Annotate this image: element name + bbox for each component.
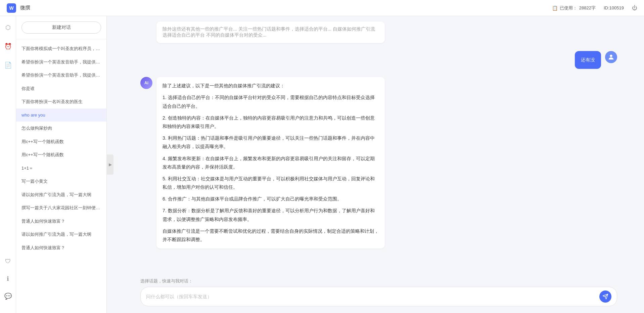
conversation-item-7[interactable]: 怎么做狗屎炒肉: [16, 122, 106, 135]
message-row-user: 还有没: [140, 51, 617, 69]
ai-message-paragraph: 3. 利用热门话题：热门话题和事件是吸引用户的重要途径，可以关注一些热门话题和事…: [163, 134, 379, 151]
conversation-item-5[interactable]: 下面你将扮演一名叫圣友的医生: [16, 95, 106, 108]
ai-message-paragraph: 7. 数据分析：数据分析是了解用户反馈和喜好的重要途径，可以分析用户行为和数据，…: [163, 207, 379, 223]
chat-area: 除外这些还有其他一些的推广平台... 关注一些热门话题和事件，选择适合的平台..…: [113, 16, 644, 313]
conversation-item-14[interactable]: 普通人如何快速致富？: [16, 215, 106, 228]
ai-message-paragraph: 2. 创造独特的内容：在自媒体平台上，独特的内容更容易吸引用户的注意力和共鸣，可…: [163, 114, 379, 131]
usage-count: 28822字: [579, 5, 596, 11]
sidebar-icon-clock[interactable]: ⏰: [2, 40, 14, 52]
conversation-item-15[interactable]: 请以如何推广引流为题，写一篇大纲: [16, 228, 106, 241]
svg-point-0: [610, 55, 612, 57]
ai-message-paragraph: 自媒体推广引流是一个需要不断尝试和优化的过程，需要结合自身的实际情况，制定合适的…: [163, 227, 379, 244]
user-avatar: [605, 51, 617, 63]
chat-input[interactable]: [146, 294, 596, 299]
ai-message-paragraph: 4. 频繁发布和更新：在自媒体平台上，频繁发布和更新的内容更容易吸引用户的关注和…: [163, 154, 379, 171]
conversation-item-10[interactable]: 1+1＝: [16, 162, 106, 175]
conversation-item-8[interactable]: 用c++写一个随机函数: [16, 135, 106, 148]
conversation-item-3[interactable]: 希望你扮演一个英语发音助手，我提供给你...: [16, 69, 106, 82]
icon-sidebar: ⬡ ⏰ 📄 🛡 ℹ 💬: [0, 16, 16, 313]
conversation-item-13[interactable]: 撰写一篇关于八大家花园社区一刻钟便民生...: [16, 201, 106, 215]
main-layout: ⬡ ⏰ 📄 🛡 ℹ 💬 新建对话 下面你将模拟成一个叫圣友的程序员，我说...希…: [0, 16, 644, 313]
conversation-item-9[interactable]: 用c++写一个随机函数: [16, 148, 106, 162]
icon-sidebar-bottom: 🛡 ℹ 💬: [2, 255, 14, 308]
ai-message-paragraph: 1. 选择适合自己的平台：不同的自媒体平台针对的受众不同，需要根据自己的内容特点…: [163, 93, 379, 110]
conversation-item-11[interactable]: 写一篇小黄文: [16, 175, 106, 188]
conversation-item-1[interactable]: 下面你将模拟成一个叫圣友的程序员，我说...: [16, 42, 106, 55]
sidebar-icon-home[interactable]: ⬡: [2, 21, 14, 34]
message-row-ai: Ai 除了上述建议，以下是一些其他的自媒体推广引流的建议：1. 选择适合自己的平…: [140, 77, 617, 249]
user-message-bubble: 还有没: [575, 51, 601, 69]
header-left: W 微撰: [7, 3, 30, 13]
usage-info: 📋 已使用： 28822字: [552, 5, 596, 11]
app-title: 微撰: [20, 5, 30, 11]
conv-sidebar-header: 新建对话: [16, 16, 106, 39]
sidebar-icon-shield[interactable]: 🛡: [2, 255, 14, 267]
ai-avatar: Ai: [140, 77, 152, 89]
sidebar-icon-chat[interactable]: 💬: [2, 290, 14, 302]
ai-message-paragraph: 除了上述建议，以下是一些其他的自媒体推广引流的建议：: [163, 82, 379, 90]
header: W 微撰 📋 已使用： 28822字 ID:100519 ⏻: [0, 0, 644, 16]
conversation-item-12[interactable]: 请以如何推广引流为题，写一篇大纲: [16, 188, 106, 202]
ai-message-bubble: 除了上述建议，以下是一些其他的自媒体推广引流的建议：1. 选择适合自己的平台：不…: [156, 77, 385, 249]
conversation-item-6[interactable]: who are you: [16, 108, 106, 122]
sidebar-icon-info[interactable]: ℹ: [2, 273, 14, 285]
truncated-message: 除外这些还有其他一些的推广平台... 关注一些热门话题和事件，选择适合的平台..…: [156, 21, 385, 43]
sidebar-toggle[interactable]: ▶: [107, 154, 113, 175]
conv-sidebar: 新建对话 下面你将模拟成一个叫圣友的程序员，我说...希望你扮演一个英语发音助手…: [16, 16, 107, 313]
usage-icon: 📋: [552, 5, 558, 11]
conversation-list: 下面你将模拟成一个叫圣友的程序员，我说...希望你扮演一个英语发音助手，我提供给…: [16, 39, 106, 313]
conversation-item-16[interactable]: 普通人如何快速致富？: [16, 241, 106, 255]
chat-input-area: 选择话题，快速与我对话：: [113, 274, 644, 313]
usage-label: 已使用：: [560, 5, 577, 11]
chat-messages: 除外这些还有其他一些的推广平台... 关注一些热门话题和事件，选择适合的平台..…: [113, 16, 644, 274]
conversation-item-4[interactable]: 你是谁: [16, 82, 106, 95]
conversation-item-2[interactable]: 希望你扮演一个英语发音助手，我提供给你...: [16, 55, 106, 69]
ai-message-paragraph: 6. 合作推广：与其他自媒体平台或品牌合作推广，可以扩大自己的曝光率和受众范围。: [163, 195, 379, 203]
sidebar-icon-document[interactable]: 📄: [2, 59, 14, 71]
header-right: 📋 已使用： 28822字 ID:100519 ⏻: [552, 5, 637, 11]
ai-message-paragraph: 5. 利用社交互动：社交媒体是与用户互动的重要平台，可以积极利用社交媒体与用户互…: [163, 175, 379, 191]
logo-icon: W: [7, 3, 16, 13]
input-wrapper: [140, 287, 617, 306]
new-conversation-button[interactable]: 新建对话: [21, 21, 101, 34]
power-button[interactable]: ⏻: [632, 5, 637, 11]
user-id: ID:100519: [604, 5, 624, 10]
quick-topics-label: 选择话题，快速与我对话：: [140, 278, 617, 284]
send-button[interactable]: [599, 290, 611, 303]
